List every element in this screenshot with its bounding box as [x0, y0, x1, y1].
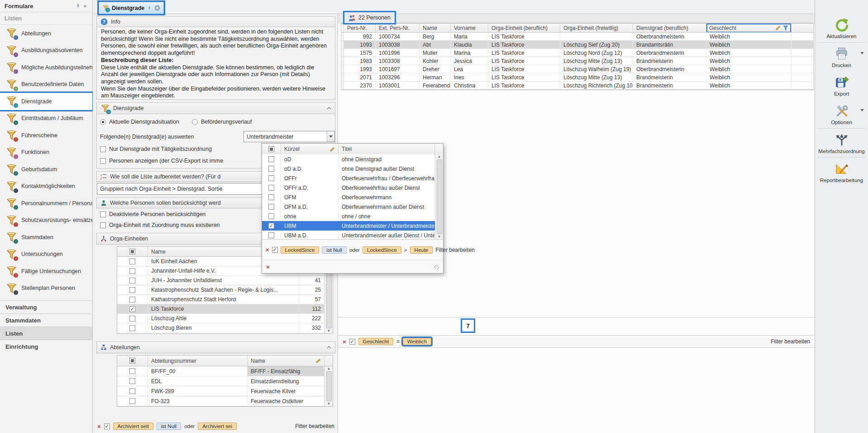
sidebar-item-ausbildungsabsolventen[interactable]: Ausbildungsabsolventen: [0, 42, 92, 59]
scrollbar-thumb[interactable]: [437, 159, 442, 234]
row-checkbox-cell[interactable]: [262, 164, 281, 173]
select-all-checkbox[interactable]: [117, 247, 148, 256]
checkbox-icon[interactable]: [100, 222, 106, 228]
row-checkbox-cell[interactable]: [262, 202, 281, 212]
scroll-down-icon[interactable]: ▼: [327, 402, 331, 406]
checkbox-icon[interactable]: [268, 223, 274, 229]
row-checkbox-cell[interactable]: [262, 212, 281, 221]
radio-icon[interactable]: [100, 119, 106, 125]
orga-row-löschzug-bieren[interactable]: Löschzug Bieren332: [117, 323, 324, 333]
row-checkbox-cell[interactable]: [117, 257, 148, 266]
checkbox-icon[interactable]: [129, 297, 135, 303]
sidebar-item-führerscheine[interactable]: Führerscheine: [0, 127, 92, 144]
filter-chip-ist-null[interactable]: ist Null: [157, 423, 181, 430]
orga-row-juh-johanniter-unfalldienst[interactable]: JUH - Johanniter Unfalldienst41: [117, 276, 324, 285]
checkbox-icon[interactable]: [129, 325, 135, 331]
sidebar-item-stammdaten[interactable]: Stammdaten: [0, 229, 92, 246]
column-header-vorname[interactable]: Vorname: [451, 24, 488, 32]
checkbox-icon[interactable]: [268, 232, 274, 238]
dropdown-row-ubm-a-d[interactable]: UBM a.D.Unterbrandmeister außer Dienst /…: [262, 231, 435, 240]
combo-dropdown-button[interactable]: [327, 131, 334, 142]
tab-close-icon[interactable]: [154, 5, 160, 11]
tab-dienstgrade[interactable]: Dienstgrade: [99, 2, 164, 14]
sidebar-item-untersuchungen[interactable]: Untersuchungen: [0, 246, 92, 263]
row-checkbox-cell[interactable]: [117, 304, 148, 313]
dropdown-row-od[interactable]: oDohne Dienstgrad: [262, 154, 435, 164]
filter-chip-[interactable]: =: [396, 338, 400, 345]
filter-chip-lockedsince[interactable]: LockedSince: [281, 246, 320, 254]
close-icon[interactable]: ×: [81, 2, 89, 10]
filter-enabled-checkbox[interactable]: [349, 339, 355, 345]
row-checkbox-cell[interactable]: [262, 154, 281, 164]
abteilungen-row-fwk-289[interactable]: FWK-289Feuerwache Kilver: [117, 386, 324, 396]
toolbar-aktualisieren[interactable]: Aktualisieren: [815, 14, 868, 42]
resize-grip[interactable]: [434, 265, 439, 269]
toolbar-reportbearbeitung[interactable]: Reportbearbeitung: [815, 158, 868, 186]
checkbox-icon[interactable]: [129, 398, 135, 404]
sidebar-item-fällige-untersuchungen[interactable]: Fällige Untersuchungen: [0, 263, 92, 280]
filter-chip-weiblich[interactable]: Weiblich: [403, 338, 431, 345]
table-row[interactable]: 9921000734BergMariaLIS TaskforceOberbran…: [341, 33, 813, 41]
row-checkbox-cell[interactable]: [117, 386, 148, 396]
clear-filter-icon[interactable]: ×: [266, 264, 270, 270]
column-header-dienstgrad-beruflich[interactable]: Dienstgrad (beruflich): [633, 24, 706, 32]
column-header-geschlecht[interactable]: Geschlecht: [706, 24, 792, 32]
sidebar-item-benutzerdefinierte-daten[interactable]: Benutzerdefinierte Daten: [0, 76, 92, 93]
scrollbar-vertical[interactable]: ▲ ▼: [435, 154, 443, 239]
checkbox-icon[interactable]: [268, 156, 274, 162]
sidebar-item-geburtsdatum[interactable]: Geburtsdatum: [0, 161, 92, 178]
tab-pin-icon[interactable]: [147, 6, 152, 10]
scroll-up-icon[interactable]: ▲: [327, 367, 331, 370]
toolbar-optionen[interactable]: Optionen: [815, 100, 868, 128]
select-all-checkbox[interactable]: [262, 144, 281, 154]
table-row[interactable]: 10931003038AbtKlaudiaLIS TaskforceLöschz…: [341, 41, 813, 49]
filter-funnel-icon[interactable]: [783, 25, 788, 31]
remove-filter-icon[interactable]: ×: [266, 247, 269, 253]
dropdown-row-od-a-d[interactable]: oD a.D.ohne Dienstgrad außer Dienst: [262, 164, 435, 173]
checkbox-icon[interactable]: [129, 259, 135, 265]
checkbox-icon[interactable]: [100, 212, 106, 217]
scrollbar-vertical[interactable]: ▲▼: [324, 366, 333, 406]
filter-chip-archiviert-sei[interactable]: Archiviert sei: [198, 423, 237, 430]
checkbox-icon[interactable]: [100, 146, 106, 152]
column-header-kuerzel[interactable]: Kürzel: [281, 144, 339, 154]
chevron-up-icon[interactable]: [327, 346, 331, 349]
scrollbar-thumb[interactable]: [326, 371, 332, 401]
filter-enabled-checkbox[interactable]: [272, 247, 278, 253]
filter-chip-archiviert-seit[interactable]: Archiviert seit: [113, 423, 153, 430]
checkbox-icon[interactable]: [129, 388, 135, 394]
sidebar-item-schutzausrüstungs-einsätze[interactable]: Schutzausrüstungs- einsätze: [0, 212, 92, 229]
checkbox-icon[interactable]: [268, 185, 274, 191]
row-checkbox-cell[interactable]: [262, 183, 281, 192]
dropdown-row-offr[interactable]: OFFrOberfeuerwehrfrau / Oberfeuerwehrfra…: [262, 173, 435, 183]
sidebar-nav-listen[interactable]: Listen: [0, 327, 92, 340]
row-checkbox-cell[interactable]: [262, 173, 281, 183]
table-row[interactable]: 15751001996MullerMarinaLIS TaskforceLösc…: [341, 49, 813, 57]
filter-chip-heute[interactable]: Heute: [410, 246, 433, 254]
checkbox-personen-anzeigen[interactable]: Personen anzeigen (der CSV-Export ist im…: [100, 158, 223, 164]
table-row[interactable]: 20711003296HermanInesLIS TaskforceLöschz…: [341, 73, 813, 82]
select-all-checkbox[interactable]: [117, 356, 148, 366]
checkbox-icon[interactable]: [129, 278, 135, 284]
dropdown-row-ofm[interactable]: OFMOberfeuerwehrmann: [262, 192, 435, 202]
radio-aktuelle-dienstgradsituation[interactable]: Aktuelle Dienstgradsituation Beförderung…: [100, 119, 252, 125]
row-checkbox-cell[interactable]: [117, 376, 148, 386]
column-header-orga-einheit-freiwillig[interactable]: Orga-Einheit (freiwillig): [560, 24, 633, 32]
sidebar-item-eintrittsdatum-jubiläum[interactable]: Eintrittsdatum / Jubiläum: [0, 110, 92, 127]
toolbar-export[interactable]: Export: [815, 71, 868, 100]
dropdown-row-ofm-a-d[interactable]: OFM a.D.Oberfeuerwehrmann außer Dienst: [262, 202, 435, 212]
sidebar-item-mögliche-ausbildungsteilnehmer[interactable]: Mögliche Ausbildungsteilnehmer: [0, 59, 92, 76]
toolbar-mehrfachzuordnung[interactable]: Mehrfachzuordnung: [815, 129, 868, 157]
edit-filter-link[interactable]: Filter bearbeiten: [435, 247, 475, 253]
sidebar-nav-verwaltung[interactable]: Verwaltung: [0, 300, 92, 313]
edit-filter-link[interactable]: Filter bearbeiten: [295, 423, 334, 429]
checkbox-icon[interactable]: [100, 158, 106, 164]
chevron-up-icon[interactable]: [327, 107, 331, 110]
dropdown-row-ohne[interactable]: ohneohne / ohne: [262, 212, 435, 221]
orga-row-kathastrophenschutz-stadt-herford[interactable]: Kathastrophenschutz Stadt Herford57: [117, 295, 324, 304]
checkbox-icon[interactable]: [268, 213, 274, 219]
abteilungen-row-edl[interactable]: EDLEinsatzdienstleitung: [117, 376, 324, 386]
chevron-down-icon[interactable]: [860, 54, 864, 61]
checkbox-icon[interactable]: [268, 194, 274, 200]
scroll-down-icon[interactable]: ▼: [327, 329, 331, 333]
